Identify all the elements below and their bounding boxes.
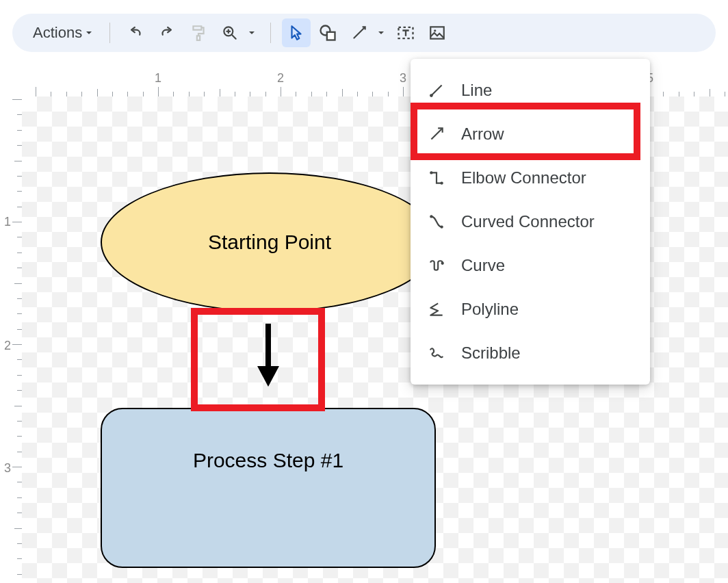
caret-down-icon (85, 29, 93, 37)
select-tool-button[interactable] (282, 18, 311, 47)
svg-point-15 (430, 171, 432, 174)
svg-point-13 (430, 94, 433, 97)
svg-line-2 (232, 35, 235, 38)
ruler-label: 3 (4, 461, 11, 476)
line-tool-group (345, 18, 389, 47)
scribble-icon (427, 344, 446, 363)
undo-icon (127, 24, 144, 42)
toolbar: Actions (12, 14, 716, 52)
line-menu-item-scribble[interactable]: Scribble (411, 331, 650, 375)
ellipse-shape[interactable]: Starting Point (101, 172, 439, 312)
cursor-icon (287, 24, 305, 42)
rect-label: Process Step #1 (193, 449, 343, 472)
zoom-button[interactable] (216, 18, 244, 47)
toolbar-separator (109, 23, 110, 43)
svg-line-7 (354, 27, 365, 38)
line-icon (350, 24, 368, 42)
paint-roller-icon (190, 24, 207, 42)
shape-tool-button[interactable] (313, 18, 342, 47)
redo-icon (158, 24, 176, 42)
paint-format-button[interactable] (184, 18, 213, 47)
undo-button[interactable] (121, 18, 150, 47)
line-tool-dropdown-button[interactable] (374, 29, 389, 37)
zoom-group (216, 18, 259, 47)
line-menu-item-polyline[interactable]: Polyline (411, 287, 650, 331)
vertical-ruler: 1 2 3 (0, 96, 23, 583)
svg-point-18 (440, 225, 443, 228)
polyline-icon (427, 300, 446, 319)
line-menu-item-curved[interactable]: Curved Connector (411, 200, 650, 244)
svg-point-17 (430, 215, 432, 218)
image-icon (428, 24, 446, 42)
highlight-box (191, 308, 325, 411)
ellipse-label: Starting Point (208, 231, 331, 254)
toolbar-separator (270, 23, 271, 43)
svg-rect-0 (197, 36, 200, 40)
menu-item-label: Line (461, 81, 492, 100)
line-menu-item-line[interactable]: Line (411, 68, 650, 112)
svg-line-14 (431, 129, 441, 139)
svg-line-12 (431, 85, 441, 95)
svg-rect-6 (327, 32, 335, 40)
shapes-icon (318, 23, 337, 42)
ruler-label: 3 (400, 71, 406, 86)
zoom-dropdown-button[interactable] (244, 29, 259, 37)
actions-menu-button[interactable]: Actions (27, 21, 99, 44)
menu-item-label: Elbow Connector (461, 168, 586, 187)
ruler-label: 1 (4, 215, 11, 229)
rounded-rect-shape[interactable]: Process Step #1 (101, 408, 436, 568)
menu-item-label: Arrow (461, 125, 504, 144)
line-tool-dropdown: Line Arrow Elbow Connector Curved Connec… (411, 59, 650, 385)
ruler-label: 2 (4, 339, 11, 353)
line-menu-item-arrow[interactable]: Arrow (411, 112, 650, 156)
arrow-icon (427, 125, 446, 144)
menu-item-label: Scribble (461, 344, 521, 363)
text-box-button[interactable] (391, 18, 420, 47)
caret-down-icon (377, 29, 385, 37)
menu-item-label: Polyline (461, 300, 519, 319)
caret-down-icon (248, 29, 256, 37)
line-icon (427, 81, 446, 100)
line-tool-button[interactable] (345, 18, 374, 47)
svg-point-16 (440, 181, 443, 184)
ruler-label: 1 (155, 71, 161, 86)
ruler-label: 2 (277, 71, 284, 86)
menu-item-label: Curve (461, 256, 505, 275)
line-menu-item-elbow[interactable]: Elbow Connector (411, 156, 650, 200)
text-box-icon (396, 23, 415, 42)
curve-icon (427, 256, 446, 275)
line-menu-item-curve[interactable]: Curve (411, 244, 650, 287)
redo-button[interactable] (153, 18, 181, 47)
curved-connector-icon (427, 212, 446, 231)
menu-item-label: Curved Connector (461, 212, 595, 231)
svg-point-10 (434, 29, 436, 31)
image-button[interactable] (423, 18, 452, 47)
zoom-icon (221, 24, 239, 42)
actions-label: Actions (33, 24, 82, 42)
svg-point-19 (441, 262, 444, 265)
elbow-connector-icon (427, 168, 446, 187)
